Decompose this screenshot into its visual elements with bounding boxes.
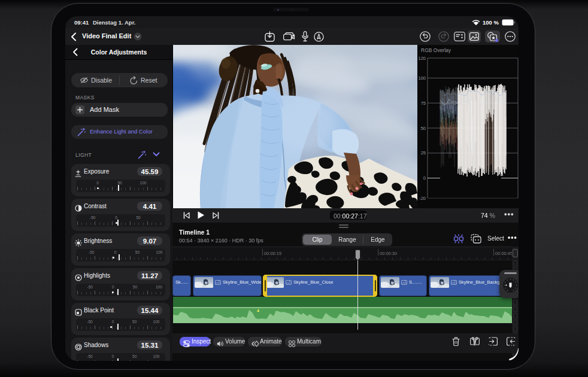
- svg-text:-20: -20: [419, 196, 426, 201]
- svg-text:100: 100: [418, 75, 426, 81]
- svg-text:50: 50: [421, 126, 426, 131]
- svg-text:120: 120: [418, 56, 426, 61]
- svg-text:75: 75: [421, 101, 426, 106]
- svg-text:0: 0: [423, 175, 426, 181]
- svg-text:25: 25: [421, 150, 426, 156]
